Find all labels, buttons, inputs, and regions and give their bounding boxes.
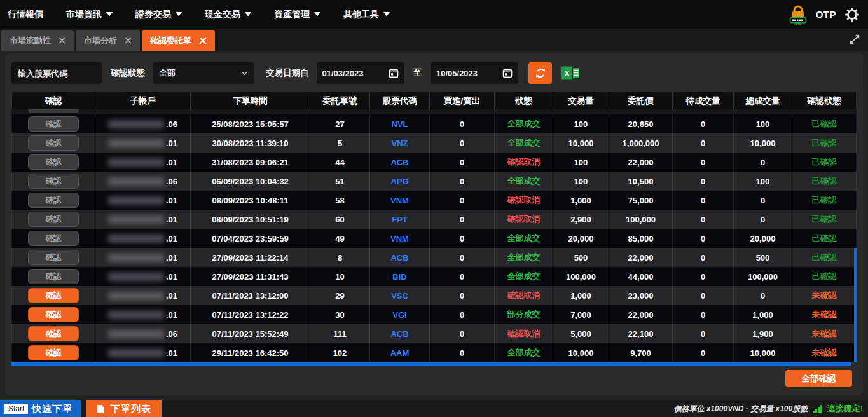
refresh-button[interactable] (528, 62, 552, 84)
subaccount-cell: .06 (95, 172, 191, 191)
calendar-icon[interactable] (389, 68, 399, 78)
symbol-link[interactable]: APG (370, 172, 430, 191)
confirm-button[interactable]: 確認 (28, 116, 79, 132)
column-header[interactable]: 總成交量 (734, 92, 792, 109)
column-header[interactable]: 股票代碼 (370, 92, 430, 109)
column-header[interactable]: 子帳戶 (95, 92, 191, 109)
calendar-icon[interactable] (502, 68, 513, 78)
quick-order-taskbar-item[interactable]: Start 快速下單 (0, 400, 81, 417)
tab-bar: 市場流動性 市場分析 確認委託單 (0, 29, 868, 51)
menu-item-cash-trading[interactable]: 現金交易 (205, 9, 251, 20)
confirm-button[interactable]: 確認 (28, 269, 79, 284)
order-time-cell: 08/09/2023 10:51:19 (191, 210, 310, 229)
symbol-link[interactable]: ACB (370, 248, 430, 267)
horizontal-scrollbar[interactable] (11, 362, 851, 366)
column-header[interactable]: 待成交量 (673, 92, 734, 109)
close-icon[interactable] (199, 37, 207, 44)
symbol-link[interactable]: NVL (370, 114, 430, 133)
symbol-link[interactable]: VGI (370, 305, 430, 324)
symbol-link[interactable]: ACB (370, 324, 430, 343)
tab-label: 市場流動性 (10, 35, 51, 46)
confirm-button[interactable]: 確認 (28, 193, 79, 208)
confirm-cell: 確認 (11, 286, 95, 305)
symbol-link[interactable]: VNZ (370, 133, 430, 153)
symbol-link[interactable]: ACB (370, 153, 430, 172)
order-list-taskbar-item[interactable]: 下單列表 (86, 400, 162, 417)
partial-confirm-button (28, 109, 79, 113)
menu-item-quotes[interactable]: 行情報價 (8, 9, 43, 20)
confirm-button[interactable]: 確認 (28, 288, 79, 303)
buy-sell-cell: 0 (430, 324, 495, 343)
gear-icon[interactable] (844, 6, 860, 23)
symbol-link[interactable]: AAM (370, 343, 430, 362)
menu-item-market-info[interactable]: 市場資訊 (66, 9, 113, 20)
confirm-button[interactable]: 確認 (28, 212, 79, 227)
column-header[interactable]: 下單時間 (191, 92, 310, 109)
confirm-button[interactable]: 確認 (28, 307, 79, 322)
confirm-button[interactable]: 確認 (28, 174, 79, 189)
buy-sell-cell: 0 (430, 305, 495, 324)
column-header[interactable]: 確認 (11, 92, 95, 109)
main-menu: 行情報價 市場資訊 證券交易 現金交易 資產管理 其他工具 (8, 9, 390, 20)
vertical-scrollbar[interactable] (854, 248, 857, 362)
pending-qty-cell: 0 (673, 229, 734, 248)
confirm-cell: 確認 (11, 172, 95, 191)
order-time-cell: 07/04/2023 23:59:59 (191, 229, 310, 248)
table-row: 確認 .01 08/09/2023 10:48:11 58 VNM 0 確認取消… (11, 191, 857, 210)
tab-market-liquidity[interactable]: 市場流動性 (1, 30, 74, 51)
symbol-link[interactable]: VNM (370, 191, 430, 210)
date-to-input[interactable]: 10/05/2023 (431, 62, 518, 84)
price-cell: 85,000 (609, 229, 673, 248)
filled-qty-cell: 100,000 (734, 267, 792, 286)
column-header[interactable]: 買進/賣出 (430, 92, 495, 109)
taskbar: Start 快速下單 下單列表 價格單位 x1000VND - 交易量 x100… (0, 400, 868, 417)
close-icon[interactable] (125, 37, 132, 44)
excel-export-button[interactable]: X (561, 64, 580, 83)
confirm-button[interactable]: 確認 (28, 231, 79, 246)
confirm-all-button[interactable]: 全部確認 (785, 370, 852, 387)
confirm-status-cell: 已確認 (792, 267, 857, 286)
tab-market-analysis[interactable]: 市場分析 (76, 30, 140, 51)
column-header[interactable]: 狀態 (495, 92, 553, 109)
pending-qty-cell: 0 (673, 172, 734, 191)
expand-icon[interactable] (848, 32, 862, 46)
filled-qty-cell: 0 (734, 210, 792, 229)
date-from-input[interactable]: 01/03/2023 (317, 62, 404, 84)
menu-item-asset-management[interactable]: 資產管理 (274, 9, 320, 20)
price-cell: 22,000 (609, 248, 673, 267)
menu-item-securities-trading[interactable]: 證券交易 (135, 9, 182, 20)
otp-lock-icon[interactable]: OTP (788, 4, 808, 25)
buy-sell-cell: 0 (430, 267, 495, 286)
filled-qty-cell: 0 (734, 191, 792, 210)
pending-qty-cell: 0 (673, 210, 734, 229)
confirm-status-select[interactable]: 全部 (153, 62, 254, 84)
filled-qty-cell: 1,900 (734, 324, 792, 343)
order-time-cell: 31/08/2023 09:06:21 (191, 153, 310, 172)
confirm-button[interactable]: 確認 (28, 135, 79, 151)
symbol-link[interactable]: FPT (370, 210, 430, 229)
symbol-link[interactable]: VNM (370, 229, 430, 248)
order-time-cell: 30/08/2023 11:39:10 (191, 133, 310, 153)
column-header[interactable]: 委託單號 (310, 92, 370, 109)
confirm-button[interactable]: 確認 (28, 250, 79, 265)
status-cell: 確認取消 (495, 191, 553, 210)
symbol-link[interactable]: BID (370, 267, 430, 286)
confirm-button[interactable]: 確認 (28, 345, 79, 360)
svg-text:OTP: OTP (794, 22, 802, 25)
stock-code-input[interactable] (11, 62, 102, 84)
column-header[interactable]: 委託價 (609, 92, 673, 109)
chevron-down-icon (241, 71, 248, 76)
order-number-cell: 5 (310, 133, 370, 153)
confirm-cell: 確認 (11, 305, 95, 324)
column-header[interactable]: 確認狀態 (792, 92, 857, 109)
confirm-button[interactable]: 確認 (28, 154, 79, 170)
to-label: 至 (413, 67, 422, 79)
confirm-button[interactable]: 確認 (28, 326, 79, 341)
status-cell: 確認取消 (495, 324, 553, 343)
menu-item-other-tools[interactable]: 其他工具 (343, 9, 390, 20)
close-icon[interactable] (59, 37, 65, 44)
column-header[interactable]: 交易量 (553, 92, 609, 109)
symbol-link[interactable]: VSC (370, 286, 430, 305)
start-button[interactable]: Start (4, 404, 28, 414)
tab-confirm-orders[interactable]: 確認委託單 (142, 30, 215, 51)
